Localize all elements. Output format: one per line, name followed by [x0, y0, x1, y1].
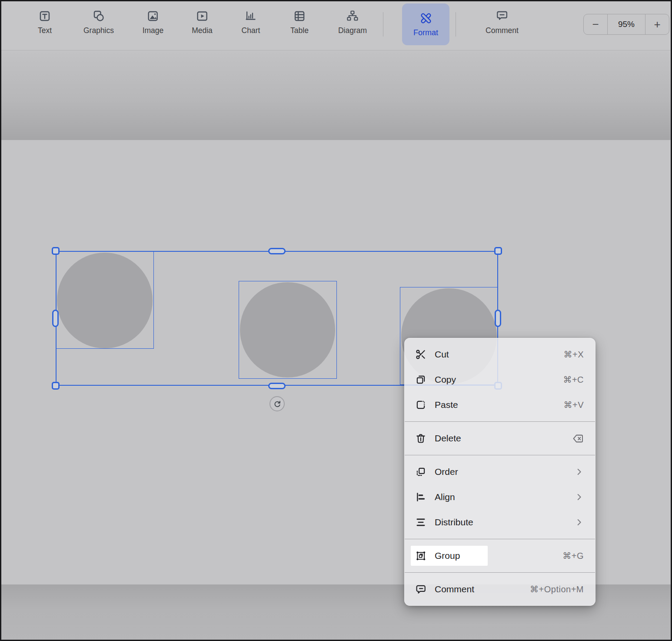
trash-icon [414, 433, 427, 444]
menu-item-label: Delete [435, 433, 461, 444]
menu-item-delete[interactable]: Delete [405, 426, 595, 451]
chart-icon [244, 10, 257, 23]
graphics-icon [92, 10, 105, 23]
group-icon [414, 550, 427, 561]
distribute-icon [414, 517, 427, 528]
order-icon [414, 466, 427, 477]
zoom-control: − 95% + [583, 14, 669, 35]
menu-item-label: Order [435, 467, 458, 477]
menu-shortcut: ⌘+Option+M [530, 584, 584, 594]
menu-item-copy[interactable]: Copy ⌘+C [405, 367, 595, 392]
comment-label: Comment [486, 26, 519, 35]
chevron-right-icon [574, 492, 584, 502]
toolbar-item-image[interactable]: Image [143, 10, 164, 35]
table-icon [293, 10, 306, 23]
menu-item-group[interactable]: Group ⌘+G [405, 543, 595, 568]
comment-icon [414, 584, 427, 595]
menu-item-label: Copy [435, 374, 456, 385]
menu-item-label: Cut [435, 349, 449, 360]
toolbar-item-media[interactable]: Media [192, 10, 213, 35]
menu-shortcut: ⌘+X [563, 349, 584, 360]
diagram-icon [346, 10, 359, 23]
menu-item-order[interactable]: Order [405, 459, 595, 484]
resize-handle-top[interactable] [268, 248, 286, 254]
menu-item-comment[interactable]: Comment ⌘+Option+M [405, 577, 595, 602]
comment-icon [496, 10, 509, 23]
toolbar-item-table[interactable]: Table [290, 10, 309, 35]
toolbar-label: Chart [242, 26, 260, 35]
toolbar-item-text[interactable]: Text [38, 10, 52, 35]
menu-divider [405, 572, 595, 573]
backspace-icon [572, 433, 584, 444]
align-icon [414, 491, 427, 503]
zoom-level: 95% [607, 14, 645, 34]
menu-item-label: Group [435, 551, 460, 561]
media-icon [196, 10, 209, 23]
menu-shortcut: ⌘+C [563, 374, 584, 385]
resize-handle-right[interactable] [495, 310, 501, 327]
menu-item-distribute[interactable]: Distribute [405, 510, 595, 535]
menu-item-label: Align [435, 492, 455, 502]
scissors-icon [414, 349, 427, 360]
format-label: Format [413, 28, 438, 37]
menu-shortcut: ⌘+G [562, 551, 584, 561]
app-window: Text Graphics Image [0, 0, 672, 641]
text-icon [38, 10, 51, 23]
resize-handle-bottom-left[interactable] [52, 382, 60, 390]
resize-handle-bottom[interactable] [268, 383, 286, 389]
toolbar-label: Image [143, 26, 164, 35]
toolbar-label: Table [290, 26, 309, 35]
menu-item-label: Paste [435, 400, 458, 410]
toolbar-label: Diagram [338, 26, 367, 35]
toolbar-item-diagram[interactable]: Diagram [338, 10, 367, 35]
toolbar-label: Media [192, 26, 213, 35]
canvas-gutter-top [0, 51, 672, 140]
menu-shortcut: ⌘+V [563, 400, 584, 410]
paste-icon [414, 399, 427, 411]
toolbar-divider [456, 12, 456, 37]
toolbar-label: Text [38, 26, 52, 35]
toolbar-divider [383, 12, 383, 37]
menu-item-label: Comment [435, 584, 474, 594]
menu-item-paste[interactable]: Paste ⌘+V [405, 392, 595, 417]
context-menu: Cut ⌘+X Copy ⌘+C Paste [404, 338, 595, 606]
rotate-handle[interactable] [269, 396, 285, 411]
resize-handle-top-right[interactable] [494, 247, 502, 255]
toolbar-item-graphics[interactable]: Graphics [83, 10, 114, 35]
copy-icon [414, 374, 427, 385]
menu-item-label: Distribute [435, 517, 473, 527]
chevron-right-icon [574, 467, 584, 477]
rotate-icon [273, 399, 282, 409]
toolbar: Text Graphics Image [0, 0, 672, 50]
image-icon [146, 10, 160, 23]
menu-divider [405, 455, 595, 455]
zoom-out-button[interactable]: − [584, 14, 607, 34]
format-icon [419, 12, 432, 25]
resize-handle-left[interactable] [52, 310, 59, 327]
chevron-right-icon [574, 517, 584, 527]
menu-divider [405, 539, 595, 539]
resize-handle-top-left[interactable] [52, 247, 60, 255]
toolbar-item-comment[interactable]: Comment [486, 10, 519, 35]
format-button[interactable]: Format [402, 3, 449, 45]
toolbar-item-chart[interactable]: Chart [242, 10, 260, 35]
zoom-in-button[interactable]: + [645, 14, 669, 34]
menu-item-align[interactable]: Align [405, 484, 595, 510]
toolbar-label: Graphics [83, 26, 114, 35]
menu-item-cut[interactable]: Cut ⌘+X [405, 342, 595, 367]
menu-divider [405, 421, 595, 422]
